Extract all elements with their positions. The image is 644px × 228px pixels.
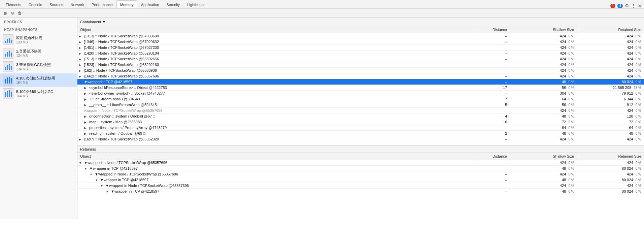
- expand-arrow[interactable]: [84, 91, 88, 95]
- expand-arrow[interactable]: [79, 34, 83, 38]
- more-options-icon[interactable]: ⋮: [631, 3, 636, 8]
- cell-object: ▼wrapped :: TCP @4218597: [77, 79, 474, 85]
- ret-header-shallow[interactable]: Shallow Size: [510, 153, 577, 160]
- table-row[interactable]: properties :: system / PropertyArray @47…: [77, 125, 644, 131]
- cell-retained: 424 0 %: [577, 62, 644, 68]
- expand-arrow[interactable]: [84, 166, 88, 170]
- expand-arrow[interactable]: [79, 63, 83, 67]
- main-table-container: Object Distance Shallow Size Retained Si…: [77, 26, 644, 145]
- table-row[interactable]: ▼wrapped :: TCP @4218597–48 0 %80 024 0 …: [77, 79, 644, 85]
- snapshot-5[interactable]: 5.100次创建队列后GC 164 MB: [0, 87, 77, 100]
- snapshot-4[interactable]: 4.100次创建队列后快照 164 MB: [0, 73, 77, 87]
- table-row[interactable]: ▼wrapper in TCP @4218597–48 0 %80 024 0 …: [77, 177, 644, 183]
- expand-arrow[interactable]: [84, 131, 88, 135]
- snapshot-2-thumb: [3, 48, 13, 59]
- cell-retained: 424 0 %: [577, 108, 644, 113]
- table-row[interactable]: [1697] :: Node / TCPSocketWrap @65352320…: [77, 136, 644, 142]
- table-row[interactable]: ▼wrapper in TCP @4218597–48 0 %80 024 0 …: [77, 166, 644, 171]
- snapshot-1[interactable]: 应用初始堆快照 133 MB: [0, 33, 77, 46]
- svg-rect-24: [11, 92, 12, 97]
- expand-arrow[interactable]: [79, 137, 83, 141]
- heap-snapshots-label: HEAP SNAPSHOTS: [0, 25, 77, 33]
- expand-arrow[interactable]: [95, 178, 99, 182]
- clear-button[interactable]: ⊘: [9, 10, 15, 16]
- expand-arrow[interactable]: [84, 114, 88, 118]
- snapshot-3[interactable]: 3.普通循环GC后快照 134 MB: [0, 60, 77, 73]
- cell-retained: 424 0 %: [577, 68, 644, 73]
- error-badge: 1: [610, 4, 616, 8]
- cell-retained: 80 024 0 %: [577, 79, 644, 85]
- svg-rect-1: [5, 41, 6, 43]
- table-row[interactable]: [1346] :: Node / TCPSocketWrap @67029632…: [77, 39, 644, 45]
- record-button[interactable]: ⏺: [2, 10, 8, 16]
- containment-dropdown[interactable]: Containment ▼: [80, 20, 106, 24]
- tab-security[interactable]: Security: [163, 0, 183, 8]
- cell-shallow: 424 0 %: [510, 183, 577, 189]
- expand-arrow[interactable]: [79, 74, 83, 78]
- expand-arrow[interactable]: [84, 120, 88, 124]
- table-row[interactable]: map :: system / Map @25859831072 0 %72 0…: [77, 119, 644, 125]
- table-row[interactable]: [1523] :: Node / TCPSocketWrap @65292160…: [77, 62, 644, 68]
- svg-rect-8: [9, 51, 10, 57]
- expand-arrow[interactable]: [100, 184, 104, 188]
- table-row[interactable]: wrapper :: Node / TCPSocketWrap @6535769…: [77, 108, 644, 113]
- table-row[interactable]: ▼wrapped in Node / TCPSocketWrap @653576…: [77, 183, 644, 189]
- expand-arrow[interactable]: [79, 40, 83, 44]
- table-row[interactable]: [1313] :: Node / TCPSocketWrap @67033600…: [77, 33, 644, 39]
- table-row[interactable]: __proto__ :: LibuvStreamWrap @594645 □55…: [77, 102, 644, 108]
- table-row[interactable]: [1420] :: Node / TCPSocketWrap @65293184…: [77, 51, 644, 56]
- ret-header-retained[interactable]: Retained Size: [577, 153, 644, 160]
- tab-network[interactable]: Network: [67, 0, 88, 8]
- ret-header-object[interactable]: Object: [77, 153, 474, 160]
- table-row[interactable]: ▼wrapped in Node / TCPSocketWrap @653576…: [77, 171, 644, 177]
- cell-retained: 424 0 %: [577, 136, 644, 142]
- header-distance[interactable]: Distance: [474, 26, 510, 33]
- settings-icon[interactable]: ⚙: [625, 3, 629, 8]
- header-shallow[interactable]: Shallow Size: [510, 26, 577, 33]
- cell-distance: –: [474, 56, 510, 62]
- table-row[interactable]: [1401] :: Node / TCPSocketWrap @67027200…: [77, 45, 644, 51]
- expand-arrow[interactable]: [79, 45, 83, 50]
- table-row[interactable]: [1662] :: Node / TCPSocketWrap @65357696…: [77, 73, 644, 79]
- cell-distance: –: [474, 166, 510, 171]
- expand-arrow[interactable]: [79, 68, 83, 72]
- main-table: Object Distance Shallow Size Retained Si…: [77, 26, 644, 142]
- expand-arrow[interactable]: [84, 126, 88, 130]
- expand-arrow[interactable]: [106, 189, 110, 193]
- snapshot-2[interactable]: 2.普通循环快照 134 MB: [0, 46, 77, 60]
- tab-performance[interactable]: Performance: [88, 0, 116, 8]
- expand-arrow[interactable]: [79, 51, 83, 55]
- ret-header-distance[interactable]: Distance: [474, 153, 510, 160]
- table-row[interactable]: [1513] :: Node / TCPSocketWrap @65302656…: [77, 56, 644, 62]
- cell-retained: 424 0 %: [577, 45, 644, 51]
- table-row[interactable]: onconnection :: system / Oddball @67 □44…: [77, 113, 644, 119]
- table-row[interactable]: ▼wrapped in Node / TCPSocketWrap @653576…: [77, 160, 644, 166]
- sidebar: Profiles HEAP SNAPSHOTS 应用初始堆快照 133 MB: [0, 18, 77, 219]
- close-icon[interactable]: ✕: [638, 3, 642, 8]
- snapshot-3-size: 134 MB: [16, 67, 74, 71]
- expand-arrow[interactable]: [79, 57, 83, 61]
- tab-lighthouse[interactable]: Lighthouse: [183, 0, 209, 8]
- tab-sources[interactable]: Sources: [46, 0, 67, 8]
- expand-arrow[interactable]: [79, 161, 83, 165]
- svg-rect-21: [5, 92, 6, 97]
- table-row[interactable]: <symbol owner_symbol> :: Socket @4743277…: [77, 91, 644, 96]
- header-object[interactable]: Object: [77, 26, 474, 33]
- expand-arrow[interactable]: [90, 172, 94, 176]
- tab-memory[interactable]: Memory: [116, 0, 137, 8]
- expand-arrow[interactable]: [84, 97, 88, 101]
- table-row[interactable]: ▼wrapper in TCP @4218597–48 0 %80 024 0 …: [77, 189, 644, 194]
- table-row[interactable]: reading :: system / Oddball @69 □248 0 %…: [77, 131, 644, 136]
- expand-arrow[interactable]: [84, 86, 88, 90]
- table-row[interactable]: [162] :: Node / TCPSocketWrap @66583936–…: [77, 68, 644, 73]
- table-row[interactable]: 2 :: onStreamRead() @594643764 0 %6 344 …: [77, 96, 644, 102]
- tab-elements[interactable]: Elements: [2, 0, 25, 8]
- svg-rect-12: [7, 65, 8, 70]
- header-retained[interactable]: Retained Size: [577, 26, 644, 33]
- expand-arrow[interactable]: [84, 103, 88, 107]
- tab-application[interactable]: Application: [137, 0, 163, 8]
- table-row[interactable]: <symbol kResourceStore> :: Object @42227…: [77, 85, 644, 91]
- tab-console[interactable]: Console: [25, 0, 46, 8]
- expand-arrow[interactable]: [79, 80, 83, 84]
- delete-button[interactable]: 🗑: [17, 10, 23, 16]
